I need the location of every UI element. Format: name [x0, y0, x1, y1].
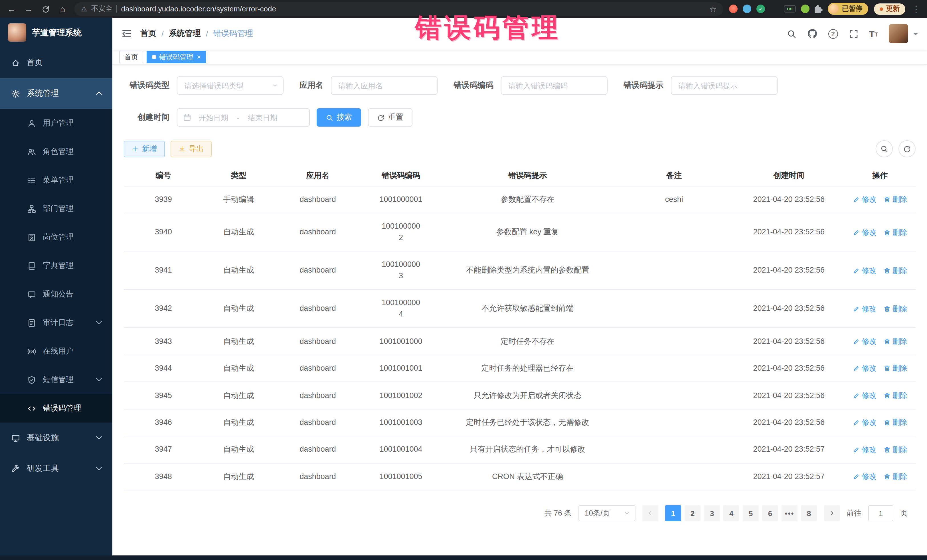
edit-link[interactable]: 修改 — [853, 194, 877, 206]
delete-link[interactable]: 删除 — [883, 336, 907, 347]
column-header: 创建时间 — [733, 165, 844, 186]
edit-link[interactable]: 修改 — [853, 227, 877, 238]
sidebar-item-home[interactable]: 首页 — [0, 47, 112, 78]
delete-link[interactable]: 删除 — [883, 444, 907, 455]
tab-home[interactable]: 首页 — [119, 51, 143, 63]
sidebar-item-infra[interactable]: 基础设施 — [0, 423, 112, 453]
edit-link[interactable]: 修改 — [853, 265, 877, 276]
edit-link[interactable]: 修改 — [853, 417, 877, 428]
browser-home-button[interactable]: ⌂ — [57, 4, 68, 14]
export-button[interactable]: 导出 — [170, 141, 212, 157]
cell-code: 1001001004 — [362, 436, 441, 463]
delete-link[interactable]: 删除 — [883, 471, 907, 483]
bookmark-star-icon[interactable]: ☆ — [710, 4, 716, 14]
delete-link[interactable]: 删除 — [883, 303, 907, 314]
edit-link[interactable]: 修改 — [853, 471, 877, 483]
delete-link[interactable]: 删除 — [883, 390, 907, 401]
sidebar-item-online[interactable]: 在线用户 — [0, 337, 112, 366]
user-avatar[interactable] — [889, 24, 908, 43]
sidebar-item-tools[interactable]: 研发工具 — [0, 453, 112, 484]
filter-label-type: 错误码类型 — [124, 80, 169, 91]
cell-message: 只有开启状态的任务，才可以修改 — [441, 436, 615, 463]
breadcrumb-home[interactable]: 首页 — [140, 29, 156, 39]
browser-forward-button[interactable]: → — [23, 4, 34, 14]
start-date-input[interactable] — [193, 113, 233, 122]
sidebar-item-label: 短信管理 — [43, 375, 74, 385]
font-size-button[interactable]: TT — [869, 30, 878, 37]
goto-label: 前往 — [846, 508, 862, 518]
extension-icon[interactable] — [743, 5, 751, 13]
toggle-search-button[interactable] — [876, 140, 893, 157]
browser-back-button[interactable]: ← — [6, 4, 17, 14]
next-page-button[interactable] — [824, 505, 840, 521]
extension-icon[interactable] — [729, 5, 738, 13]
page-button-1[interactable]: 1 — [665, 505, 681, 521]
extension-grid-icon[interactable] — [770, 5, 779, 13]
page-button-8[interactable]: 8 — [801, 505, 817, 521]
search-button[interactable]: 搜索 — [317, 108, 361, 127]
sidebar-toggle-button[interactable] — [122, 29, 132, 39]
help-button[interactable]: ? — [828, 29, 838, 38]
browser-refresh-button[interactable] — [40, 5, 51, 13]
page-button-2[interactable]: 2 — [685, 505, 701, 521]
edit-link[interactable]: 修改 — [853, 303, 877, 314]
sidebar-item-error-code[interactable]: 错误码管理 — [0, 394, 112, 423]
breadcrumb-system[interactable]: 系统管理 — [169, 29, 201, 39]
error-type-select-input[interactable] — [177, 76, 284, 95]
prev-page-button[interactable] — [642, 505, 658, 521]
avatar-caret-icon[interactable] — [913, 33, 918, 37]
page-button-6[interactable]: 6 — [762, 505, 778, 521]
edit-link[interactable]: 修改 — [853, 336, 877, 347]
pencil-icon — [853, 365, 859, 372]
sidebar-item-menu[interactable]: 菜单管理 — [0, 166, 112, 194]
extension-icon[interactable] — [801, 5, 810, 13]
sidebar-item-user[interactable]: 用户管理 — [0, 109, 112, 137]
error-hint-input[interactable] — [671, 76, 778, 95]
date-range-picker[interactable]: - — [177, 108, 310, 127]
sidebar-item-dept[interactable]: 部门管理 — [0, 194, 112, 223]
browser-update-button[interactable]: 更新 — [874, 3, 905, 15]
tab-error-code[interactable]: 错误码管理 × — [147, 51, 206, 63]
browser-menu-icon[interactable]: ⋮ — [911, 4, 921, 14]
app-name-input[interactable] — [331, 76, 438, 95]
delete-link[interactable]: 删除 — [883, 194, 907, 206]
profile-paused-badge[interactable]: 已暂停 — [828, 3, 868, 15]
page-more-button[interactable]: ••• — [781, 505, 798, 521]
cell-type: 自动生成 — [203, 252, 274, 290]
address-bar[interactable]: ⚠ 不安全 dashboard.yudao.iocoder.cn/system/… — [74, 2, 723, 16]
goto-page-input[interactable] — [868, 505, 894, 521]
extensions-puzzle-icon[interactable] — [815, 6, 821, 13]
github-link[interactable] — [807, 29, 817, 39]
end-date-input[interactable] — [243, 113, 283, 122]
extension-check-icon[interactable]: ✓ — [757, 5, 765, 13]
page-button-5[interactable]: 5 — [743, 505, 759, 521]
edit-link[interactable]: 修改 — [853, 390, 877, 401]
page-button-4[interactable]: 4 — [723, 505, 739, 521]
sidebar-item-sms[interactable]: 短信管理 — [0, 366, 112, 394]
sidebar-item-post[interactable]: 岗位管理 — [0, 223, 112, 252]
page-button-3[interactable]: 3 — [704, 505, 720, 521]
error-code-input[interactable] — [501, 76, 608, 95]
delete-link[interactable]: 删除 — [883, 265, 907, 276]
delete-link[interactable]: 删除 — [883, 227, 907, 238]
add-button[interactable]: 新增 — [124, 141, 165, 157]
sidebar-item-role[interactable]: 角色管理 — [0, 137, 112, 166]
cell-actions: 修改删除 — [844, 213, 916, 252]
page-size-select[interactable]: 10条/页 — [579, 505, 635, 521]
reset-button[interactable]: 重置 — [368, 108, 412, 127]
fullscreen-button[interactable] — [849, 29, 858, 38]
error-type-select[interactable] — [177, 76, 284, 95]
extension-on-icon[interactable]: on — [784, 5, 796, 12]
sidebar-item-notice[interactable]: 通知公告 — [0, 280, 112, 308]
edit-link[interactable]: 修改 — [853, 444, 877, 455]
delete-link[interactable]: 删除 — [883, 363, 907, 374]
refresh-table-button[interactable] — [898, 140, 916, 157]
delete-link[interactable]: 删除 — [883, 417, 907, 428]
cell-type: 自动生成 — [203, 463, 274, 490]
header-search-button[interactable] — [786, 29, 796, 38]
edit-link[interactable]: 修改 — [853, 363, 877, 374]
sidebar-item-system[interactable]: 系统管理 — [0, 78, 112, 109]
sidebar-item-audit[interactable]: 审计日志 — [0, 308, 112, 337]
sidebar-item-dict[interactable]: 字典管理 — [0, 252, 112, 280]
tab-close-icon[interactable]: × — [197, 53, 201, 61]
